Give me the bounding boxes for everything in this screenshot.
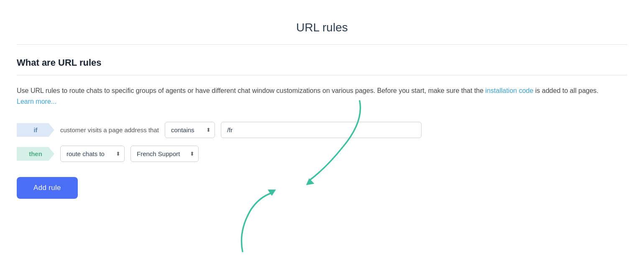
page-title: URL rules [17,13,627,45]
section-heading: What are URL rules [17,57,627,68]
decorative-arrows [17,97,393,256]
installation-code-link[interactable]: installation code [486,87,534,94]
svg-marker-0 [305,178,314,185]
target-select-wrapper: French Support English Support General S… [130,146,199,162]
rules-area: if customer visits a page address that c… [17,122,627,162]
condition-select[interactable]: contains is starts with ends with [165,122,215,138]
description: Use URL rules to route chats to specific… [17,85,602,107]
learn-more-link[interactable]: Learn more... [17,98,56,105]
add-rule-button[interactable]: Add rule [17,177,78,199]
action-select-wrapper: route chats to assign to agent set langu… [60,146,125,162]
url-value-input[interactable] [221,122,422,138]
then-row: then route chats to assign to agent set … [17,146,627,162]
condition-select-wrapper: contains is starts with ends with [165,122,215,138]
if-tag: if [17,123,54,137]
if-row-text: customer visits a page address that [60,126,159,133]
section-divider [17,75,627,75]
description-text-1: Use URL rules to route chats to specific… [17,87,483,94]
description-text-2: is added to all pages. [535,87,598,94]
then-tag: then [17,147,54,161]
page-container: URL rules What are URL rules Use URL rul… [0,0,644,211]
svg-marker-1 [268,190,276,196]
action-select[interactable]: route chats to assign to agent set langu… [60,146,125,162]
if-row: if customer visits a page address that c… [17,122,627,138]
target-select[interactable]: French Support English Support General S… [130,146,199,162]
